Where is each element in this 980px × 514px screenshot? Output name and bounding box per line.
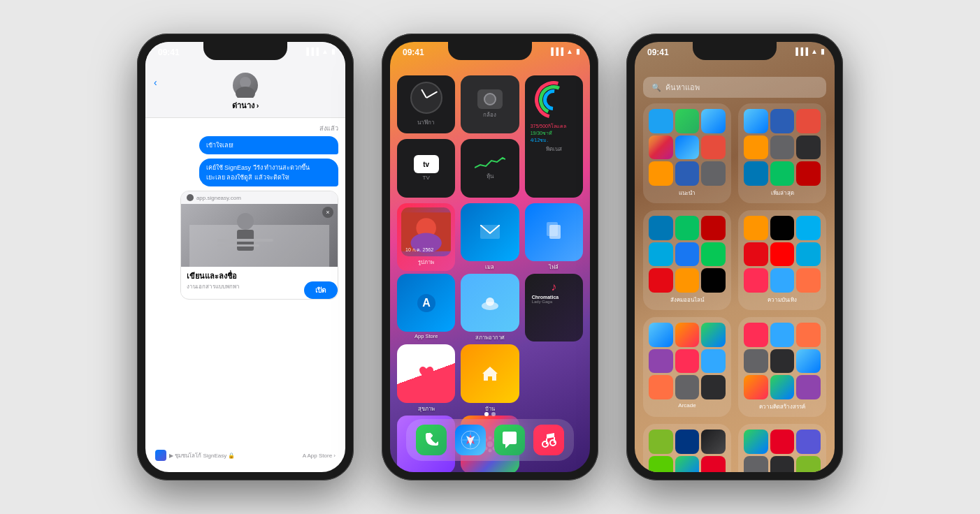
open-button[interactable]: เปิด — [304, 281, 338, 299]
app-mini-video6 — [744, 323, 768, 347]
files-app[interactable]: ไฟล์ — [525, 203, 583, 271]
phone-2-screen: 09:41 ▐▐▐ ▲ ▮ นาฬิกา กล้อง — [390, 42, 590, 472]
folder-recent[interactable]: เพิ่มล่าสุด — [738, 103, 826, 203]
app-mini-lr4 — [770, 268, 795, 293]
app-mini-cosmos8 — [796, 429, 821, 454]
weather-app[interactable]: สภาพอากาศ — [461, 274, 519, 342]
clock-face — [410, 82, 442, 114]
signal-icon: ▐▐▐ — [304, 47, 319, 55]
notch-1 — [203, 42, 287, 60]
app-mini-game3-5 — [701, 323, 726, 347]
svg-rect-5 — [217, 239, 273, 242]
app-mini-houzz7 — [649, 429, 673, 454]
home-app[interactable]: บ้าน — [461, 344, 519, 412]
app-mini-icloud2 — [744, 109, 768, 133]
app-mini-video5 — [675, 349, 700, 374]
appstore-label: App Store — [415, 333, 438, 339]
appstore-link[interactable]: A App Store › — [303, 453, 336, 459]
health-icon — [397, 344, 455, 402]
folder-name-2: เพิ่มล่าสุด — [744, 189, 821, 198]
app-tagline: เขียนและลงชื่อ — [187, 270, 332, 282]
tv-widget[interactable]: tv TV — [397, 139, 455, 197]
dock — [406, 419, 574, 461]
clock-label: นาฬิกา — [417, 118, 435, 127]
app-mini-youtube4 — [770, 242, 795, 267]
dock-safari[interactable] — [455, 425, 486, 455]
tv-label: TV — [423, 175, 430, 181]
svg-point-1 — [236, 87, 255, 98]
search-bar[interactable]: 🔍 ค้นหาแอพ — [643, 77, 826, 98]
appstore-icon: A — [397, 274, 455, 332]
dock-music[interactable] — [533, 425, 564, 455]
folder-7[interactable] — [643, 424, 731, 472]
mail-app[interactable]: เมล — [461, 203, 519, 271]
app-mini-wave4 — [744, 216, 768, 240]
fitness-widget[interactable]: 375/500กิโลแคล 19/30ชาที 4/12ชม. พิตเนส — [525, 75, 583, 198]
app-mini-gray6 — [744, 349, 768, 374]
camera-widget[interactable]: กล้อง — [461, 75, 519, 133]
folder-social[interactable]: สังคมออนไลน์ — [643, 210, 731, 310]
app-grid-row3: A App Store สภาพอากาศ ♪ C — [390, 271, 590, 342]
stocks-widget[interactable]: หุ้น — [461, 139, 519, 197]
camera-lens — [484, 93, 496, 105]
tv-logo: tv — [414, 155, 439, 173]
dock-phone[interactable] — [416, 425, 447, 455]
app-mini-wechat2 — [770, 161, 795, 186]
app-mini-dark8 — [770, 456, 795, 472]
health-label: สุขภาพ — [418, 404, 435, 413]
app-mini-game4-5 — [649, 349, 673, 374]
friends-widget[interactable]: 10 ก.ค. 2562 รูปภาพ — [397, 203, 455, 271]
app-mini-game3-6 — [770, 375, 795, 399]
clock-widget[interactable]: นาฬิกา — [397, 75, 455, 133]
home-label: บ้าน — [485, 404, 495, 413]
app-mini-maps8 — [744, 429, 768, 454]
app-mini-wechat3 — [675, 216, 700, 240]
app-mini-game4-6 — [796, 375, 821, 399]
app-mini-lr5 — [701, 349, 726, 374]
app-mini-edit — [649, 161, 673, 186]
app-mini-game2-5 — [675, 323, 700, 347]
stand-stat: 4/12ชม. — [531, 137, 577, 144]
health-app[interactable]: สุขภาพ — [397, 344, 455, 412]
folder-arcade[interactable]: Arcade — [643, 317, 731, 417]
app-mini-prime4 — [796, 242, 821, 267]
folder-recommended[interactable]: แนะนำ — [643, 103, 731, 203]
contact-avatar — [233, 73, 258, 98]
stocks-chart — [475, 155, 505, 170]
phone-3: 09:41 ▐▐▐ ▲ ▮ 🔍 ค้นหาแอพ — [626, 34, 843, 480]
sent-time: ส่งแล้ว — [152, 124, 338, 133]
app-mini-tiktok4 — [770, 216, 795, 240]
app-mini-linkedin3 — [649, 216, 673, 240]
app-mini-prime3 — [649, 242, 673, 267]
app-mini-line3 — [701, 242, 726, 267]
music-widget[interactable]: ♪ Chromatica Lady Gaga — [525, 274, 583, 342]
wifi-icon-2: ▲ — [566, 47, 573, 55]
app-mini-dark5 — [701, 375, 726, 399]
svg-rect-6 — [217, 244, 259, 247]
friends-date: 10 ก.ค. 2562 — [405, 246, 433, 254]
app-mini-dark6 — [770, 349, 795, 374]
dock-messages[interactable] — [494, 425, 525, 455]
app-mini-ai4 — [796, 268, 821, 293]
phone-3-screen: 09:41 ▐▐▐ ▲ ▮ 🔍 ค้นหาแอพ — [635, 42, 835, 472]
folder-entertainment[interactable]: ความบันเทิง — [738, 210, 826, 310]
folder-creative[interactable]: ความคิดสร้างสรรค์ — [738, 317, 826, 417]
app-mini-piano7 — [701, 429, 726, 454]
fitness-label: พิตเนส — [531, 145, 577, 154]
app-mini-netflix4 — [744, 242, 768, 267]
folder-apps-3 — [649, 216, 726, 293]
app-mini-maps7 — [675, 456, 700, 472]
app-link-card[interactable]: app.signeasy.com × เขียนและลงชื่อ — [180, 191, 338, 300]
svg-rect-2 — [189, 225, 329, 267]
back-button[interactable]: ‹ — [154, 77, 157, 88]
status-time-2: 09:41 — [403, 47, 424, 57]
notch-2 — [448, 42, 532, 60]
message-bubble-2: เคย์ใช้ SignEasy วีรัง ทำงานสะดวกขึ้น เย… — [199, 159, 339, 186]
app-grid-row2: 10 ก.ค. 2562 รูปภาพ เมล — [390, 198, 590, 271]
folder-8[interactable] — [738, 424, 826, 472]
appstore-app[interactable]: A App Store — [397, 274, 455, 342]
app-mini-houzz8 — [796, 456, 821, 472]
app-mini-gray2 — [770, 135, 795, 160]
exercise-stat: 19/30ชาที — [531, 130, 577, 137]
app-mini-wave3 — [675, 268, 700, 293]
